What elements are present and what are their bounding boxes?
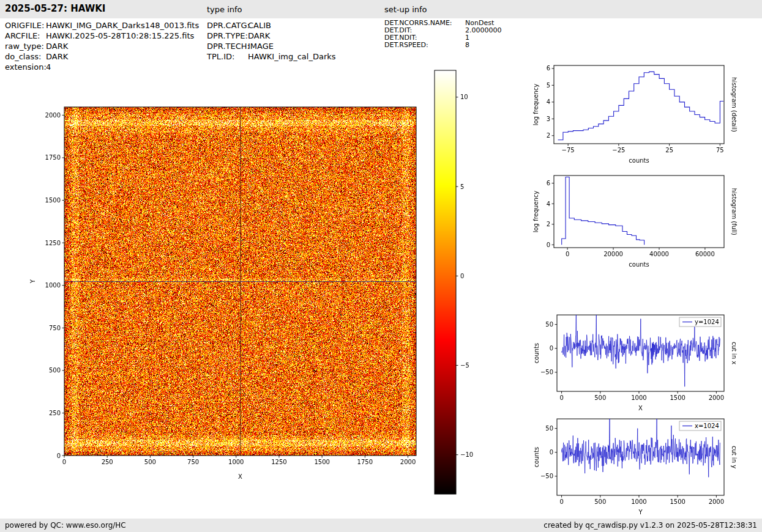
x-tick-label: 1000 — [228, 459, 244, 465]
x-tick-label: 1500 — [670, 498, 685, 505]
meta-value: HAWKI.2025-05-28T10:28:15.225.fits — [46, 31, 194, 41]
colorbar-tick-label: −10 — [460, 451, 473, 458]
x-tick-label: 75 — [716, 147, 724, 153]
x-tick-label: 2000 — [709, 394, 724, 401]
legend-box — [679, 317, 721, 327]
meta-value: HAWKI_img_cal_Darks — [248, 51, 336, 62]
x-tick-label: 25 — [665, 147, 673, 153]
colorbar-tick-label: 0 — [460, 273, 464, 279]
x-tick-label: 1750 — [357, 459, 373, 465]
y-tick-label: 1000 — [45, 282, 61, 289]
y-tick-label: 250 — [49, 410, 61, 416]
y-tick-label: 5 — [547, 82, 550, 89]
y-tick-label: 750 — [49, 325, 61, 331]
x-tick-label: 2000 — [400, 459, 416, 465]
y-tick-label: 1750 — [45, 154, 61, 161]
type-info-heading: type info — [207, 5, 242, 14]
right-axis-title: histogram (full) — [731, 188, 738, 235]
y-tick-label: 0 — [550, 345, 553, 352]
x-tick-label: 0 — [559, 498, 563, 505]
y-tick-label: 2 — [547, 221, 550, 227]
meta-label: ORIGFILE: — [5, 20, 46, 31]
x-tick-label: 1250 — [271, 459, 286, 465]
x-tick-label: 250 — [102, 459, 113, 465]
legend-box — [679, 421, 721, 430]
x-tick-label: 1000 — [631, 394, 646, 401]
y-tick-label: 0 — [550, 449, 553, 456]
meta-value: IMAGE — [248, 41, 274, 51]
x-axis-title: counts — [629, 157, 649, 164]
x-axis-title: counts — [629, 261, 649, 268]
y-tick-label: −50 — [540, 473, 553, 479]
meta-value: 8 — [465, 42, 469, 49]
meta-row-dprtype: DPR.TYPE:DARK — [207, 31, 336, 41]
x-tick-label: 1000 — [631, 498, 646, 505]
y-axis-title: counts — [533, 343, 540, 363]
setup-info-heading: set-up info — [384, 5, 427, 14]
y-tick-label: 50 — [545, 321, 553, 328]
meta-label: DPR.TECH: — [207, 41, 248, 51]
y-tick-label: 3 — [547, 116, 550, 122]
meta-row-dprcatg: DPR.CATG:CALIB — [207, 20, 336, 31]
histogram-full-frame — [554, 175, 724, 248]
meta-label: DPR.TYPE: — [207, 31, 248, 41]
y-tick-label: 0 — [57, 453, 61, 459]
meta-row-dprtech: DPR.TECH:IMAGE — [207, 41, 336, 51]
colorbar-tick-label: 5 — [460, 183, 464, 190]
x-axis-title: X — [238, 473, 242, 480]
cut-in-x-curve — [562, 303, 720, 387]
y-axis-title: Y — [29, 279, 36, 284]
meta-row-doclass: do_class:DARK — [5, 51, 199, 62]
meta-value: 2.0000000 — [465, 27, 502, 34]
page-title: 2025-05-27: HAWKI — [5, 3, 105, 14]
meta-label: TPL.ID: — [207, 51, 248, 62]
y-tick-label: 1250 — [45, 240, 61, 246]
y-tick-label: 2 — [547, 132, 550, 139]
file-info-block: ORIGFILE:HAWKI_IMG_DARK_Darks148_0013.fi… — [5, 20, 199, 72]
y-tick-label: −50 — [540, 369, 553, 375]
histogram-detail-curve — [558, 72, 724, 139]
x-tick-label: 1500 — [670, 394, 685, 401]
y-tick-label: 4 — [547, 201, 550, 207]
histogram-full-curve — [562, 177, 644, 245]
x-tick-label: 20000 — [603, 251, 623, 257]
y-tick-label: 6 — [547, 65, 550, 72]
y-axis-title: counts — [533, 447, 540, 467]
x-tick-label: 0 — [62, 459, 66, 465]
y-tick-label: 2000 — [45, 112, 61, 119]
setup-info-block: DET.NCORRS.NAME:NonDest DET.DIT:2.000000… — [384, 20, 502, 49]
meta-row-arcfile: ARCFILE:HAWKI.2025-05-28T10:28:15.225.fi… — [5, 31, 199, 41]
meta-value: DARK — [248, 31, 270, 41]
y-tick-label: 50 — [545, 425, 553, 432]
x-axis-title: Y — [638, 509, 643, 515]
legend-label: y=1024 — [695, 319, 719, 325]
x-tick-label: 750 — [187, 459, 199, 465]
meta-label: extension: — [5, 62, 46, 72]
cut-in-x-frame — [557, 315, 724, 391]
meta-value: DARK — [46, 51, 68, 62]
right-axis-title: cut in y — [731, 446, 738, 468]
cut-in-y-curve — [562, 407, 720, 478]
qc-report-page: 2025-05-27: HAWKI type info set-up info … — [0, 0, 762, 532]
meta-label: raw_type: — [5, 41, 46, 51]
y-axis-title: log frequency — [532, 191, 539, 233]
x-tick-label: 500 — [594, 394, 606, 401]
cut-in-y-frame — [557, 419, 724, 495]
meta-value: DARK — [46, 41, 68, 51]
header-bar: 2025-05-27: HAWKI type info set-up info — [0, 0, 762, 18]
meta-label: ARCFILE: — [5, 31, 46, 41]
footer-bar: powered by QC: www.eso.org/HC created by… — [0, 519, 762, 532]
meta-label: DET.RSPEED: — [384, 42, 465, 49]
meta-label: do_class: — [5, 51, 46, 62]
x-tick-label: 500 — [144, 459, 156, 465]
legend-label: x=1024 — [695, 423, 719, 429]
x-tick-label: 0 — [566, 251, 569, 257]
y-axis-title: log frequency — [532, 84, 539, 126]
meta-value: HAWKI_IMG_DARK_Darks148_0013.fits — [46, 20, 199, 31]
x-tick-label: −25 — [612, 147, 625, 153]
x-tick-label: 60000 — [695, 251, 715, 257]
footer-created-by: created by qc_rawdisp.py v1.2.3 on 2025-… — [543, 521, 757, 530]
meta-row-tplid: TPL.ID:HAWKI_img_cal_Darks — [207, 51, 336, 62]
y-tick-label: 1500 — [45, 197, 61, 204]
x-tick-label: 2000 — [709, 498, 724, 505]
